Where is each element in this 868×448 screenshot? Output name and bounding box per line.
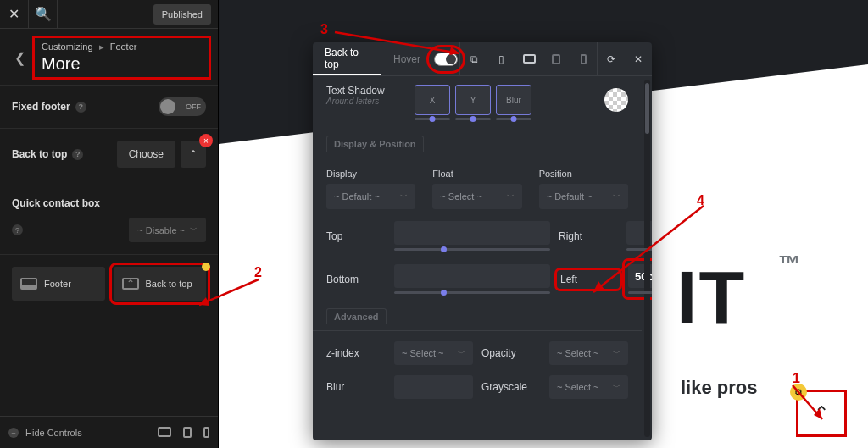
close-icon[interactable]: ✕ xyxy=(625,42,652,75)
sidebar-topbar: ✕ 🔍 Published xyxy=(0,0,218,29)
page-title: More xyxy=(42,54,202,74)
float-select[interactable]: ~ Select ~﹀ xyxy=(432,184,521,209)
tagline-text: like pros xyxy=(681,377,757,399)
left-slider[interactable] xyxy=(628,291,652,294)
help-icon[interactable]: ? xyxy=(12,224,23,235)
mobile-icon[interactable] xyxy=(570,42,597,75)
choose-button[interactable]: Choose xyxy=(117,141,175,168)
bottom-label: Bottom xyxy=(326,274,386,285)
grayscale-select[interactable]: ~ Select ~﹀ xyxy=(549,375,628,399)
layout-parts-row: Footer Back to top xyxy=(0,255,218,312)
top-label: Top xyxy=(326,230,386,242)
shadow-color-swatch[interactable] xyxy=(604,88,628,112)
customizer-sidebar: ✕ 🔍 Published ❮ Customizing ▸ Footer Mor… xyxy=(0,0,219,448)
close-icon[interactable]: ✕ xyxy=(0,0,29,28)
group-title: Display & Position xyxy=(326,136,424,152)
gear-icon[interactable]: ⚙ xyxy=(790,384,807,401)
panel-header: Back to top Hover ⧉ ▯ ⟳ ✕ xyxy=(313,42,652,76)
back-to-top-part-button[interactable]: Back to top xyxy=(114,267,207,301)
float-label: Float xyxy=(432,169,521,179)
reset-icon[interactable]: ⟳ xyxy=(598,42,625,75)
chevron-up-icon xyxy=(122,278,139,290)
tab-back-to-top[interactable]: Back to top xyxy=(313,42,381,75)
collapse-icon[interactable]: – xyxy=(8,428,19,438)
zindex-select[interactable]: ~ Select ~﹀ xyxy=(394,341,473,365)
position-label: Position xyxy=(539,169,628,179)
breadcrumb-back-button[interactable]: ❮ xyxy=(7,36,32,80)
breadcrumb: Customizing ▸ Footer More xyxy=(32,36,211,80)
text-shadow-sublabel: Around letters xyxy=(326,97,404,106)
quick-contact-label: Quick contact box xyxy=(12,197,100,209)
tablet-icon[interactable] xyxy=(183,427,192,438)
help-icon[interactable]: ? xyxy=(72,149,83,160)
breadcrumb-root: Customizing xyxy=(42,41,93,52)
advanced-group: Advanced z-index ~ Select ~﹀ Opacity ~ S… xyxy=(313,299,642,402)
back-to-top-label: Back to top xyxy=(12,148,67,160)
publish-state-button[interactable]: Published xyxy=(153,4,211,25)
blur-label: Blur xyxy=(326,381,386,393)
scrollbar[interactable] xyxy=(644,80,650,437)
bottom-slider[interactable] xyxy=(394,291,550,294)
top-input[interactable] xyxy=(394,221,550,245)
hide-controls-button[interactable]: Hide Controls xyxy=(25,428,82,438)
shadow-x-input[interactable]: X xyxy=(415,85,450,115)
paste-icon[interactable]: ▯ xyxy=(487,42,515,75)
desktop-icon[interactable] xyxy=(158,427,171,437)
right-label: Right xyxy=(559,230,618,242)
back-to-top-widget[interactable]: ⚙ ⌃ xyxy=(796,390,847,437)
footer-icon xyxy=(20,278,37,290)
state-toggle[interactable] xyxy=(432,42,459,75)
position-select[interactable]: ~ Default ~﹀ xyxy=(539,184,628,209)
grayscale-label: Grayscale xyxy=(481,381,541,393)
zindex-label: z-index xyxy=(326,347,386,359)
breadcrumb-current: Footer xyxy=(110,41,137,52)
tablet-icon[interactable] xyxy=(542,42,570,75)
copy-icon[interactable]: ⧉ xyxy=(460,42,487,75)
choose-caret-button[interactable]: ⌃ × xyxy=(181,141,206,168)
brand-trademark: ™ xyxy=(778,251,800,277)
back-to-top-row: Back to top ? Choose ⌃ × xyxy=(0,129,218,185)
brand-logo-text: IT xyxy=(676,254,746,340)
fixed-footer-row: Fixed footer ? OFF xyxy=(0,86,218,128)
shadow-y-input[interactable]: Y xyxy=(455,85,491,115)
style-panel: Back to top Hover ⧉ ▯ ⟳ ✕ Text Shadow Ar… xyxy=(313,42,652,440)
mobile-icon[interactable] xyxy=(203,427,209,438)
desktop-icon[interactable] xyxy=(515,42,542,75)
fixed-footer-toggle[interactable]: OFF xyxy=(159,97,206,116)
quick-contact-row: Quick contact box ? ~ Disable ~﹀ xyxy=(0,185,218,254)
active-dot-badge xyxy=(202,263,210,271)
top-slider[interactable] xyxy=(394,248,550,251)
offset-group: Top Right Bottom Left xyxy=(313,213,642,299)
text-shadow-label: Text Shadow xyxy=(326,85,404,97)
sidebar-footer: – Hide Controls xyxy=(0,416,218,448)
blur-input[interactable] xyxy=(394,375,473,399)
fixed-footer-label: Fixed footer xyxy=(12,101,70,113)
group-title: Advanced xyxy=(326,308,387,324)
right-slider[interactable] xyxy=(626,248,652,251)
text-shadow-group: Text Shadow Around letters X Y Blur xyxy=(313,76,642,126)
opacity-label: Opacity xyxy=(481,347,541,359)
quick-contact-select[interactable]: ~ Disable ~﹀ xyxy=(129,218,206,242)
opacity-select[interactable]: ~ Select ~﹀ xyxy=(549,341,628,365)
chevron-up-icon: ⌃ xyxy=(814,402,829,424)
footer-part-button[interactable]: Footer xyxy=(12,267,105,301)
search-icon[interactable]: 🔍 xyxy=(29,0,58,28)
display-position-group: Display & Position Display ~ Default ~﹀ … xyxy=(313,126,642,213)
remove-badge[interactable]: × xyxy=(199,134,213,147)
tab-hover[interactable]: Hover xyxy=(381,42,432,75)
display-label: Display xyxy=(326,169,415,179)
display-select[interactable]: ~ Default ~﹀ xyxy=(326,184,415,209)
shadow-blur-input[interactable]: Blur xyxy=(496,85,531,115)
help-icon[interactable]: ? xyxy=(75,102,86,113)
breadcrumb-block: ❮ Customizing ▸ Footer More xyxy=(0,29,218,85)
bottom-input[interactable] xyxy=(394,264,550,288)
left-label: Left xyxy=(559,272,618,287)
